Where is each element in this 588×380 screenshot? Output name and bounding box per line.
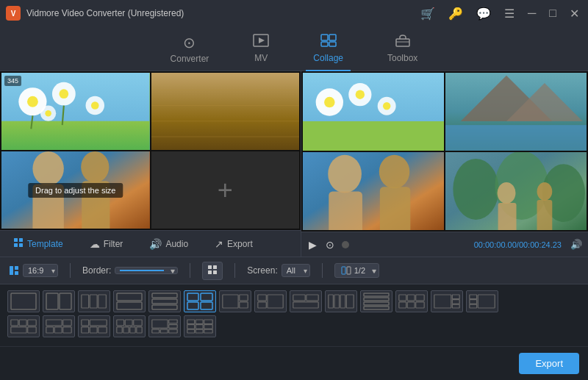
- svg-rect-92: [329, 295, 334, 308]
- svg-rect-117: [11, 327, 26, 333]
- template-5grid[interactable]: [78, 315, 110, 337]
- template-4col[interactable]: [325, 290, 357, 312]
- svg-rect-30: [14, 238, 18, 242]
- video-cell-1[interactable]: ⬛: [1, 73, 150, 150]
- svg-point-39: [356, 90, 365, 98]
- stop-btn[interactable]: ⊙: [324, 237, 336, 252]
- svg-rect-147: [204, 325, 212, 329]
- svg-rect-85: [240, 302, 248, 308]
- svg-point-41: [383, 102, 390, 110]
- svg-rect-120: [63, 320, 71, 326]
- template-3col[interactable]: [78, 290, 110, 312]
- key-icon[interactable]: 🔑: [445, 7, 466, 21]
- svg-rect-93: [334, 295, 340, 308]
- svg-rect-123: [63, 327, 71, 333]
- preview-cell-4: [445, 152, 587, 230]
- template-wide-2[interactable]: [219, 290, 251, 312]
- svg-point-27: [81, 151, 109, 182]
- svg-rect-136: [152, 320, 168, 328]
- app-logo: V: [6, 6, 21, 21]
- template-3x3[interactable]: [184, 315, 216, 337]
- svg-rect-56: [498, 203, 517, 230]
- tab-mv[interactable]: MV: [245, 31, 276, 71]
- close-icon[interactable]: ✕: [567, 7, 582, 21]
- svg-rect-103: [399, 302, 406, 308]
- aspect-ratio-select[interactable]: 16:9 4:3 1:1: [23, 264, 58, 277]
- border-label: Border:: [82, 265, 111, 276]
- svg-rect-95: [346, 295, 354, 308]
- svg-rect-135: [137, 327, 142, 333]
- template-2x3[interactable]: [395, 290, 428, 312]
- svg-rect-59: [10, 266, 13, 275]
- export-btn[interactable]: Export: [519, 353, 579, 374]
- minimize-icon[interactable]: ─: [525, 7, 539, 20]
- tab-collage[interactable]: Collage: [306, 31, 351, 71]
- template-4row[interactable]: [360, 290, 392, 312]
- svg-rect-81: [187, 302, 198, 309]
- filter-btn[interactable]: ☁ Filter: [84, 235, 129, 253]
- restore-icon[interactable]: □: [546, 7, 559, 20]
- svg-rect-75: [117, 302, 142, 309]
- svg-rect-68: [11, 293, 36, 309]
- svg-rect-48: [329, 192, 362, 230]
- svg-rect-138: [169, 325, 177, 329]
- options-bar: 16:9 4:3 1:1 Border: ▾ Screen: All: [0, 257, 588, 284]
- audio-icon: 🔊: [149, 238, 162, 250]
- template-3row[interactable]: [148, 290, 181, 312]
- video-cell-2[interactable]: [151, 73, 300, 150]
- tab-toolbox-label: Toolbox: [387, 53, 417, 63]
- svg-rect-132: [117, 327, 122, 333]
- svg-point-10: [27, 96, 38, 107]
- svg-rect-86: [258, 295, 266, 301]
- svg-rect-121: [46, 327, 54, 333]
- grid-settings-btn[interactable]: [202, 262, 223, 280]
- screen-select[interactable]: All 1 2 3 4: [282, 264, 310, 277]
- svg-point-12: [59, 89, 68, 98]
- screen-select-wrapper[interactable]: All 1 2 3 4: [282, 264, 310, 277]
- template-var-1[interactable]: [43, 315, 75, 337]
- border-select-wrapper[interactable]: ▾: [115, 267, 178, 274]
- template-3-big[interactable]: [466, 290, 498, 312]
- svg-point-55: [498, 182, 516, 204]
- template-2-wide[interactable]: [254, 290, 287, 312]
- border-color-picker[interactable]: ▾: [115, 267, 178, 274]
- screen-option: Screen: All 1 2 3 4: [247, 264, 309, 277]
- template-mixed-1[interactable]: [431, 290, 463, 312]
- aspect-ratio-select-wrapper[interactable]: 16:9 4:3 1:1: [23, 264, 58, 277]
- time-display: 00:00:00.00/00:00:24.23: [474, 240, 562, 249]
- svg-rect-69: [46, 293, 58, 309]
- tab-toolbox[interactable]: Toolbox: [380, 31, 425, 71]
- half-dropdown-arrow: ▾: [372, 267, 376, 275]
- volume-icon[interactable]: 🔊: [570, 239, 582, 250]
- aspect-ratio-option: 16:9 4:3 1:1: [9, 264, 58, 277]
- half-select-wrapper[interactable]: 1/2 ▾: [334, 263, 379, 278]
- svg-rect-116: [28, 320, 36, 326]
- svg-rect-141: [169, 329, 177, 333]
- tab-converter[interactable]: ⊙ Converter: [163, 31, 217, 71]
- template-6equal[interactable]: [113, 315, 146, 337]
- export-toolbar-btn[interactable]: ↗ Export: [209, 235, 259, 253]
- cart-icon[interactable]: 🛒: [417, 7, 438, 21]
- chat-icon[interactable]: 💬: [473, 7, 494, 21]
- template-btn[interactable]: Template: [7, 234, 69, 253]
- template-2col[interactable]: [43, 290, 75, 312]
- template-2x2[interactable]: [184, 290, 216, 312]
- template-single[interactable]: [7, 290, 40, 312]
- add-video-icon[interactable]: +: [218, 177, 233, 204]
- svg-rect-144: [204, 320, 212, 324]
- template-3x2[interactable]: [7, 315, 40, 337]
- video-cell-3[interactable]: Drag to adjust the size: [1, 151, 150, 229]
- play-btn[interactable]: ▶: [307, 237, 318, 252]
- half-btn[interactable]: 1/2 ▾: [334, 263, 379, 278]
- template-big-4small[interactable]: [148, 315, 181, 337]
- template-top2-bottom1[interactable]: [290, 290, 322, 312]
- video-collage: ⬛: [0, 71, 301, 230]
- menu-icon[interactable]: ☰: [501, 7, 517, 21]
- tab-mv-label: MV: [254, 53, 268, 63]
- video-cell-4[interactable]: +: [151, 151, 300, 229]
- tab-collage-label: Collage: [313, 53, 343, 63]
- audio-btn[interactable]: 🔊 Audio: [143, 235, 194, 253]
- template-2row[interactable]: [113, 290, 146, 312]
- divider-1: [70, 263, 71, 278]
- svg-rect-78: [152, 305, 177, 309]
